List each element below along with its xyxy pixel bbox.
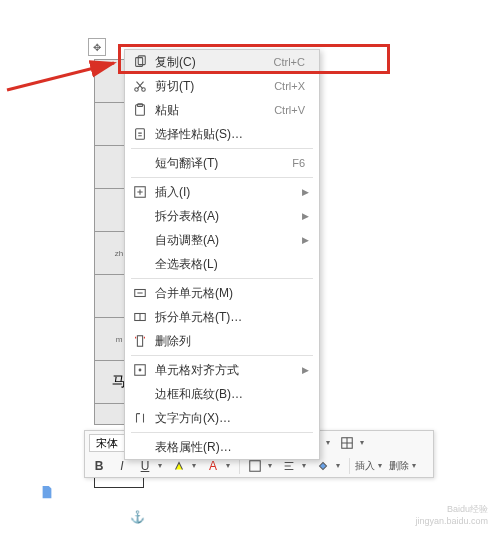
- paste-special-icon: [131, 125, 149, 143]
- menu-shortcut: Ctrl+C: [274, 56, 313, 68]
- menu-label: 选择性粘贴(S)…: [155, 126, 313, 143]
- menu-label: 文字方向(X)…: [155, 410, 313, 427]
- menu-label: 拆分表格(A): [155, 208, 302, 225]
- merge-cells-icon: [131, 284, 149, 302]
- menu-label: 自动调整(A): [155, 232, 302, 249]
- align-icon: [131, 361, 149, 379]
- menu-divider: [131, 177, 313, 178]
- menu-divider: [131, 355, 313, 356]
- menu-borders[interactable]: 边框和底纹(B)…: [125, 382, 319, 406]
- menu-split-table[interactable]: 拆分表格(A) ▶: [125, 204, 319, 228]
- table-move-handle[interactable]: ✥: [88, 38, 106, 56]
- menu-label: 插入(I): [155, 184, 302, 201]
- bold-button[interactable]: B: [89, 456, 109, 476]
- menu-divider: [131, 278, 313, 279]
- insert-icon: [131, 183, 149, 201]
- split-cells-icon: [131, 308, 149, 326]
- menu-label: 边框和底纹(B)…: [155, 386, 313, 403]
- watermark: Baidu经验 jingyan.baidu.com: [415, 503, 488, 526]
- text-direction-icon: [131, 409, 149, 427]
- scissors-icon: [131, 77, 149, 95]
- document-icon: [40, 485, 54, 499]
- menu-cell-align[interactable]: 单元格对齐方式 ▶: [125, 358, 319, 382]
- clipboard-icon: [131, 101, 149, 119]
- insert-label: 插入: [355, 459, 375, 473]
- menu-label: 粘贴: [155, 102, 274, 119]
- menu-table-props[interactable]: 表格属性(R)…: [125, 435, 319, 459]
- menu-translate[interactable]: 短句翻译(T) F6: [125, 151, 319, 175]
- menu-select-all[interactable]: 全选表格(L): [125, 252, 319, 276]
- menu-label: 拆分单元格(T)…: [155, 309, 313, 326]
- chevron-right-icon: ▶: [302, 187, 313, 197]
- svg-rect-10: [137, 336, 142, 347]
- context-menu: 复制(C) Ctrl+C 剪切(T) Ctrl+X 粘贴 Ctrl+V 选择性粘…: [124, 49, 320, 460]
- menu-label: 全选表格(L): [155, 256, 313, 273]
- menu-label: 复制(C): [155, 54, 274, 71]
- menu-shortcut: Ctrl+V: [274, 104, 313, 116]
- anchor-icon: ⚓: [130, 510, 145, 524]
- menu-divider: [131, 148, 313, 149]
- menu-merge-cells[interactable]: 合并单元格(M): [125, 281, 319, 305]
- svg-point-12: [139, 369, 141, 371]
- svg-rect-6: [136, 129, 145, 140]
- chevron-right-icon: ▶: [302, 211, 313, 221]
- menu-label: 单元格对齐方式: [155, 362, 302, 379]
- translate-icon: [131, 154, 149, 172]
- menu-cut[interactable]: 剪切(T) Ctrl+X: [125, 74, 319, 98]
- copy-icon: [131, 53, 149, 71]
- menu-insert[interactable]: 插入(I) ▶: [125, 180, 319, 204]
- menu-delete-col[interactable]: 删除列: [125, 329, 319, 353]
- delete-col-icon: [131, 332, 149, 350]
- chevron-right-icon: ▶: [302, 235, 313, 245]
- menu-paste[interactable]: 粘贴 Ctrl+V: [125, 98, 319, 122]
- move-icon: ✥: [93, 42, 101, 53]
- menu-divider: [131, 432, 313, 433]
- menu-label: 剪切(T): [155, 78, 274, 95]
- menu-auto-fit[interactable]: 自动调整(A) ▶: [125, 228, 319, 252]
- menu-split-cells[interactable]: 拆分单元格(T)…: [125, 305, 319, 329]
- menu-paste-special[interactable]: 选择性粘贴(S)…: [125, 122, 319, 146]
- menu-text-dir[interactable]: 文字方向(X)…: [125, 406, 319, 430]
- chevron-right-icon: ▶: [302, 365, 313, 375]
- svg-rect-16: [250, 460, 261, 471]
- menu-copy[interactable]: 复制(C) Ctrl+C: [125, 50, 319, 74]
- delete-label: 删除: [389, 459, 409, 473]
- grid-button[interactable]: [337, 433, 357, 453]
- menu-shortcut: F6: [292, 157, 313, 169]
- menu-shortcut: Ctrl+X: [274, 80, 313, 92]
- menu-label: 删除列: [155, 333, 313, 350]
- menu-label: 短句翻译(T): [155, 155, 292, 172]
- menu-label: 合并单元格(M): [155, 285, 313, 302]
- menu-label: 表格属性(R)…: [155, 439, 313, 456]
